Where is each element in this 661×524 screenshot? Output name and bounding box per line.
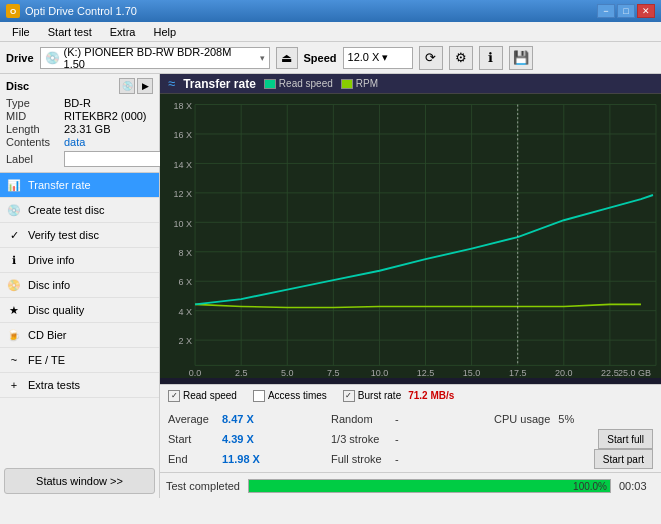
contents-value: data <box>64 136 85 148</box>
svg-text:0.0: 0.0 <box>189 368 202 378</box>
nav-item-transfer-rate[interactable]: 📊 Transfer rate <box>0 173 159 198</box>
svg-text:15.0: 15.0 <box>463 368 481 378</box>
burst-rate-checkbox-item[interactable]: ✓ Burst rate 71.2 MB/s <box>343 390 455 402</box>
fe-te-label: FE / TE <box>28 354 65 366</box>
disc-icon-area: 💿 ▶ <box>119 78 153 94</box>
start-label: Start <box>168 433 218 445</box>
burst-checkmark: ✓ <box>345 391 352 400</box>
app-icon: O <box>6 4 20 18</box>
nav-item-cd-bier[interactable]: 🍺 CD Bier <box>0 323 159 348</box>
svg-text:17.5: 17.5 <box>509 368 527 378</box>
disc-icon-2[interactable]: ▶ <box>137 78 153 94</box>
window-controls: − □ ✕ <box>597 4 655 18</box>
minimize-button[interactable]: − <box>597 4 615 18</box>
nav-item-create-test-disc[interactable]: 💿 Create test disc <box>0 198 159 223</box>
start-part-col: Start part <box>494 449 653 469</box>
stats-rows: Average 8.47 X Random - CPU usage 5% Sta… <box>160 406 661 472</box>
stats-row-1: Average 8.47 X Random - CPU usage 5% <box>168 409 653 429</box>
menu-file[interactable]: File <box>4 24 38 40</box>
nav-item-disc-info[interactable]: 📀 Disc info <box>0 273 159 298</box>
end-value: 11.98 X <box>222 453 267 465</box>
nav-item-disc-quality[interactable]: ★ Disc quality <box>0 298 159 323</box>
status-window-button[interactable]: Status window >> <box>4 468 155 494</box>
end-label: End <box>168 453 218 465</box>
access-times-checkbox[interactable] <box>253 390 265 402</box>
end-col: End 11.98 X <box>168 453 327 465</box>
svg-text:4 X: 4 X <box>179 307 193 317</box>
drive-selector[interactable]: 💿 (K:) PIONEER BD-RW BDR-208M 1.50 ▾ <box>40 47 270 69</box>
verify-test-disc-icon: ✓ <box>6 227 22 243</box>
start-part-button[interactable]: Start part <box>594 449 653 469</box>
speed-selector[interactable]: 12.0 X ▾ <box>343 47 413 69</box>
disc-contents-row: Contents data <box>6 136 153 148</box>
svg-text:16 X: 16 X <box>174 130 193 140</box>
random-label: Random <box>331 413 391 425</box>
svg-text:2 X: 2 X <box>179 336 193 346</box>
main-content: Disc 💿 ▶ Type BD-R MID RITEKBR2 (000) Le… <box>0 74 661 498</box>
drive-label: Drive <box>6 52 34 64</box>
svg-text:6 X: 6 X <box>179 277 193 287</box>
nav-item-fe-te[interactable]: ~ FE / TE <box>0 348 159 373</box>
full-stroke-col: Full stroke - <box>331 453 490 465</box>
chart-container: ≈ Transfer rate Read speed RPM <box>160 74 661 384</box>
app-title: Opti Drive Control 1.70 <box>25 5 137 17</box>
svg-text:5.0: 5.0 <box>281 368 294 378</box>
maximize-button[interactable]: □ <box>617 4 635 18</box>
status-text: Test completed <box>166 480 240 492</box>
progress-bar-container: Test completed 100.0% 00:03 <box>160 472 661 498</box>
start-full-button[interactable]: Start full <box>598 429 653 449</box>
length-label: Length <box>6 123 64 135</box>
random-col: Random - <box>331 413 490 425</box>
menu-start-test[interactable]: Start test <box>40 24 100 40</box>
burst-rate-label: Burst rate <box>358 390 401 401</box>
legend-rpm-box <box>341 79 353 89</box>
checkmark: ✓ <box>171 391 178 400</box>
read-speed-checkbox[interactable]: ✓ <box>168 390 180 402</box>
start-full-col: Start full <box>494 429 653 449</box>
type-value: BD-R <box>64 97 91 109</box>
menu-extra[interactable]: Extra <box>102 24 144 40</box>
chart-stats-bar: ✓ Read speed Access times ✓ Burst rate 7… <box>160 384 661 406</box>
drive-info-label: Drive info <box>28 254 74 266</box>
nav-item-drive-info[interactable]: ℹ Drive info <box>0 248 159 273</box>
disc-length-row: Length 23.31 GB <box>6 123 153 135</box>
burst-rate-checkbox[interactable]: ✓ <box>343 390 355 402</box>
menu-help[interactable]: Help <box>145 24 184 40</box>
read-speed-checkbox-item[interactable]: ✓ Read speed <box>168 390 237 402</box>
access-times-label: Access times <box>268 390 327 401</box>
svg-text:10 X: 10 X <box>174 218 193 228</box>
start-value: 4.39 X <box>222 433 267 445</box>
nav-item-verify-test-disc[interactable]: ✓ Verify test disc <box>0 223 159 248</box>
svg-rect-0 <box>160 94 661 378</box>
access-times-checkbox-item[interactable]: Access times <box>253 390 327 402</box>
drive-select-text: (K:) PIONEER BD-RW BDR-208M 1.50 <box>64 46 256 70</box>
close-button[interactable]: ✕ <box>637 4 655 18</box>
label-label: Label <box>6 153 64 165</box>
burst-value: 71.2 MB/s <box>408 390 454 401</box>
settings-button[interactable]: ⚙ <box>449 46 473 70</box>
contents-label: Contents <box>6 136 64 148</box>
start-col: Start 4.39 X <box>168 433 327 445</box>
legend-read: Read speed <box>264 78 333 89</box>
status-window-label: Status window >> <box>36 475 123 487</box>
disc-info-icon: 📀 <box>6 277 22 293</box>
svg-text:22.5: 22.5 <box>601 368 619 378</box>
svg-text:10.0: 10.0 <box>371 368 389 378</box>
legend-read-label: Read speed <box>279 78 333 89</box>
disc-label-row: Label 🔍 <box>6 150 153 168</box>
svg-text:2.5: 2.5 <box>235 368 248 378</box>
disc-icon-1[interactable]: 💿 <box>119 78 135 94</box>
save-button[interactable]: 💾 <box>509 46 533 70</box>
nav-item-extra-tests[interactable]: + Extra tests <box>0 373 159 398</box>
info-button[interactable]: ℹ <box>479 46 503 70</box>
progress-time: 00:03 <box>619 480 655 492</box>
right-panel: ≈ Transfer rate Read speed RPM <box>160 74 661 498</box>
progress-bar-outer: 100.0% <box>248 479 611 493</box>
chart-title: Transfer rate <box>183 77 256 91</box>
eject-button[interactable]: ⏏ <box>276 47 298 69</box>
refresh-button[interactable]: ⟳ <box>419 46 443 70</box>
full-stroke-value: - <box>395 453 415 465</box>
toolbar: Drive 💿 (K:) PIONEER BD-RW BDR-208M 1.50… <box>0 42 661 74</box>
nav-items: 📊 Transfer rate 💿 Create test disc ✓ Ver… <box>0 173 159 398</box>
disc-mid-row: MID RITEKBR2 (000) <box>6 110 153 122</box>
